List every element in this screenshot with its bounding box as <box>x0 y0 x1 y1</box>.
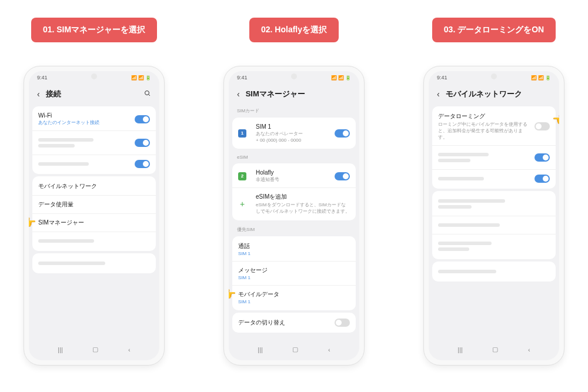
step-1: 01. SIMマネージャーを選択 9:41 📶 📶 🔋 ‹ 接続 Wi-Fi <box>24 18 165 366</box>
svg-point-0 <box>145 91 149 95</box>
section-simcard: SIMカード <box>229 104 359 115</box>
call-sub: SIM 1 <box>238 251 350 256</box>
nav-back-icon[interactable]: ‹ <box>521 344 537 356</box>
phone-notch <box>291 73 297 79</box>
placeholder-row[interactable] <box>432 216 556 234</box>
step-3: 03. データローミングをON 9:41 📶 📶 🔋 ‹ モバイルネットワーク … <box>423 18 564 366</box>
placeholder-row[interactable] <box>32 232 156 250</box>
content: データローミング ローミング中にモバイルデータを使用すると、追加料金が発生する可… <box>429 104 559 339</box>
header: ‹ 接続 <box>29 84 159 104</box>
roaming-toggle[interactable] <box>534 122 550 130</box>
pointer-icon: 👉 <box>229 288 236 301</box>
phone-notch <box>491 73 497 79</box>
holafly-row[interactable]: 2 Holafly 非通知番号 <box>232 165 356 187</box>
nav-recent-icon[interactable]: ||| <box>250 344 270 356</box>
mobile-data-title: モバイルデータ <box>238 290 350 299</box>
svg-line-1 <box>149 94 151 96</box>
content: SIMカード 1 SIM 1 あなたのオペレーター + 00 (000) 000… <box>229 104 359 339</box>
mobile-network-label: モバイルネットワーク <box>38 182 97 190</box>
placeholder-row[interactable] <box>432 145 556 169</box>
add-esim-row[interactable]: + eSIMを追加 eSIMをダウンロードすると、SIMカードなしでモバイルネッ… <box>232 187 356 219</box>
toggle[interactable] <box>135 139 150 147</box>
sim-manager-row[interactable]: 👉 SIMマネージャー <box>32 213 156 232</box>
statusbar-icons: 📶 📶 🔋 <box>331 75 351 81</box>
placeholder-row[interactable] <box>32 254 156 272</box>
nav-back-icon[interactable]: ‹ <box>321 344 338 356</box>
mobile-data-sub: SIM 1 <box>238 299 350 304</box>
placeholder-row[interactable] <box>432 263 556 280</box>
holafly-sub: 非通知番号 <box>256 176 330 183</box>
sim1-number: + 00 (000) 000 - 0000 <box>256 138 330 143</box>
placeholder-row[interactable] <box>432 169 556 187</box>
call-title: 通話 <box>238 242 350 250</box>
wifi-toggle[interactable] <box>135 115 150 123</box>
statusbar-icons: 📶 📶 🔋 <box>131 75 151 81</box>
statusbar-icons: 📶 📶 🔋 <box>531 75 551 81</box>
nav-home-icon[interactable]: ▢ <box>285 343 305 356</box>
sim1-row[interactable]: 1 SIM 1 あなたのオペレーター + 00 (000) 000 - 0000 <box>232 119 356 148</box>
content: Wi-Fi あなたのインターネット接続 <box>29 104 159 339</box>
header: ‹ SIMマネージャー <box>229 84 359 104</box>
data-switch-toggle[interactable] <box>335 319 350 327</box>
statusbar-time: 9:41 <box>437 75 447 81</box>
sim-manager-label: SIMマネージャー <box>38 219 84 227</box>
sim1-operator: あなたのオペレーター <box>256 130 330 137</box>
back-icon[interactable]: ‹ <box>237 89 240 99</box>
mobile-network-row[interactable]: モバイルネットワーク <box>32 177 156 195</box>
phone-3: 9:41 📶 📶 🔋 ‹ モバイルネットワーク データローミング ローミング中に… <box>423 66 564 366</box>
step-badge-3: 03. データローミングをON <box>432 18 556 42</box>
nav-recent-icon[interactable]: ||| <box>51 344 70 356</box>
wifi-sub: あなたのインターネット接続 <box>38 119 130 126</box>
placeholder-row[interactable] <box>432 234 556 258</box>
toggle[interactable] <box>135 160 150 168</box>
sim1-name: SIM 1 <box>256 123 330 130</box>
phone-notch <box>91 73 97 79</box>
mobile-data-row[interactable]: 👉 モバイルデータ SIM 1 <box>232 285 356 309</box>
message-row[interactable]: メッセージ SIM 1 <box>232 261 356 285</box>
section-preferred: 優先SIM <box>229 223 359 234</box>
page-title: モバイルネットワーク <box>446 89 551 99</box>
data-usage-row[interactable]: データ使用量 <box>32 195 156 213</box>
step-badge-1: 01. SIMマネージャーを選択 <box>31 18 157 42</box>
wifi-label: Wi-Fi <box>38 112 130 119</box>
data-switch-row[interactable]: データの切り替え <box>232 314 356 331</box>
wifi-row[interactable]: Wi-Fi あなたのインターネット接続 <box>32 108 156 130</box>
message-title: メッセージ <box>238 266 350 274</box>
navbar: ||| ▢ ‹ <box>229 339 359 360</box>
pointer-icon: 👈 <box>552 113 559 126</box>
back-icon[interactable]: ‹ <box>37 89 40 99</box>
placeholder-row[interactable] <box>32 130 156 155</box>
plus-icon: + <box>238 200 246 208</box>
section-esim: eSIM <box>229 151 359 161</box>
sim1-toggle[interactable] <box>335 129 350 138</box>
back-icon[interactable]: ‹ <box>437 89 440 99</box>
roaming-sub: ローミング中にモバイルデータを使用すると、追加料金が発生する可能性があります。 <box>438 121 530 140</box>
page-title: SIMマネージャー <box>246 89 351 99</box>
toggle[interactable] <box>534 153 550 162</box>
navbar: ||| ▢ ‹ <box>429 339 559 360</box>
placeholder-row[interactable] <box>32 155 156 173</box>
nav-home-icon[interactable]: ▢ <box>85 343 105 356</box>
holafly-toggle[interactable] <box>335 172 350 180</box>
sim1-badge-icon: 1 <box>238 129 246 138</box>
holafly-name: Holafly <box>256 169 330 176</box>
message-sub: SIM 1 <box>238 275 350 280</box>
page-title: 接続 <box>46 89 138 99</box>
statusbar-time: 9:41 <box>237 75 248 81</box>
statusbar-time: 9:41 <box>37 75 48 81</box>
navbar: ||| ▢ ‹ <box>29 339 159 360</box>
placeholder-row[interactable] <box>432 192 556 216</box>
call-row[interactable]: 通話 SIM 1 <box>232 237 356 261</box>
data-usage-label: データ使用量 <box>38 200 74 209</box>
toggle[interactable] <box>534 175 550 183</box>
search-icon[interactable] <box>144 90 151 99</box>
nav-back-icon[interactable]: ‹ <box>121 344 138 356</box>
data-roaming-row[interactable]: データローミング ローミング中にモバイルデータを使用すると、追加料金が発生する可… <box>432 108 556 145</box>
phone-2: 9:41 📶 📶 🔋 ‹ SIMマネージャー SIMカード 1 SIM 1 あな… <box>223 66 365 366</box>
data-switch-label: データの切り替え <box>238 319 285 327</box>
step-2: 02. Holaflyを選択 9:41 📶 📶 🔋 ‹ SIMマネージャー SI… <box>223 18 365 366</box>
nav-recent-icon[interactable]: ||| <box>450 344 470 356</box>
phone-1: 9:41 📶 📶 🔋 ‹ 接続 Wi-Fi あなたのインターネット接続 <box>24 66 165 366</box>
nav-home-icon[interactable]: ▢ <box>485 343 505 356</box>
holafly-badge-icon: 2 <box>238 172 246 180</box>
